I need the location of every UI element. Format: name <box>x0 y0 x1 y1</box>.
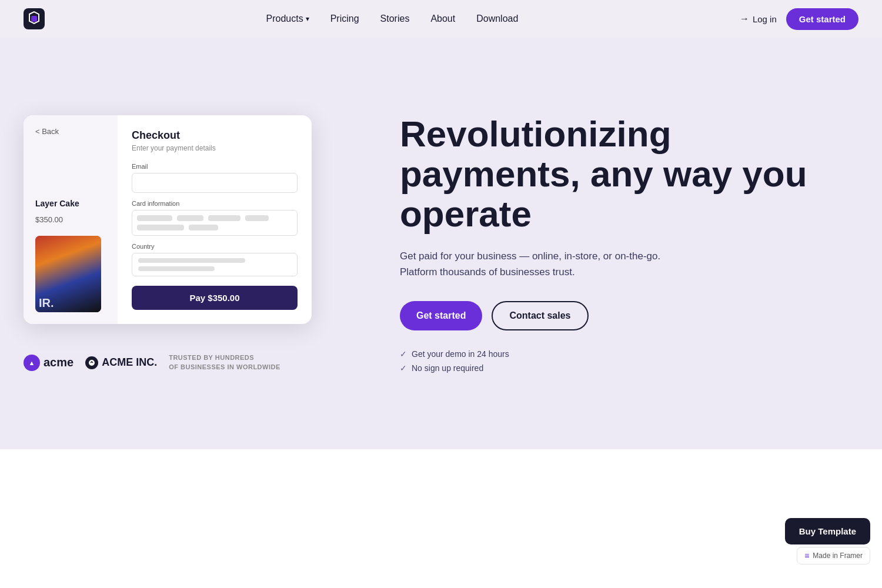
hero-checks: ✓ Get your demo in 24 hours ✓ No sign up… <box>400 349 847 373</box>
checkout-card: < Back Layer Cake $350.00 IR. Checkout E… <box>24 115 312 324</box>
white-section <box>0 449 882 588</box>
get-started-nav-button[interactable]: Get started <box>786 8 858 30</box>
checkmark-icon-2: ✓ <box>400 363 407 373</box>
nav-pricing[interactable]: Pricing <box>330 14 359 24</box>
buy-template-container: Buy Template ≡ Made in Framer <box>785 518 870 564</box>
nav-about[interactable]: About <box>430 14 455 24</box>
checkout-wrapper: < Back Layer Cake $350.00 IR. Checkout E… <box>24 115 329 372</box>
login-button[interactable]: → Log in <box>740 14 777 24</box>
card-label: Card information <box>132 200 298 207</box>
country-select[interactable] <box>132 253 298 276</box>
hero-buttons: Get started Contact sales <box>400 301 847 330</box>
hero-right: Revolutionizing payments, any way you op… <box>365 114 847 373</box>
logo[interactable] <box>24 8 45 29</box>
hero-check-1: ✓ Get your demo in 24 hours <box>400 349 847 359</box>
checkout-left-panel: < Back Layer Cake $350.00 IR. <box>24 115 118 324</box>
product-image-text: IR. <box>39 297 54 309</box>
logo-icon <box>24 8 45 29</box>
nav-download[interactable]: Download <box>476 14 518 24</box>
svg-rect-1 <box>31 16 37 22</box>
hero-check-2: ✓ No sign up required <box>400 363 847 373</box>
hero-headline: Revolutionizing payments, any way you op… <box>400 114 847 235</box>
login-icon: → <box>740 14 749 24</box>
pay-button[interactable]: Pay $350.00 <box>132 286 298 310</box>
acme-logo: ▲ acme <box>24 355 74 371</box>
hero-subtext: Get paid for your business — online, in-… <box>400 248 694 280</box>
country-label: Country <box>132 243 298 250</box>
email-field-group: Email <box>132 163 298 193</box>
product-price: $350.00 <box>35 215 106 224</box>
made-in-framer-badge: ≡ Made in Framer <box>797 547 870 564</box>
navbar: Products ▾ Pricing Stories About Downloa… <box>0 0 882 38</box>
email-input[interactable] <box>132 173 298 193</box>
nav-stories[interactable]: Stories <box>380 14 410 24</box>
framer-icon: ≡ <box>804 551 809 560</box>
nav-products[interactable]: Products ▾ <box>266 14 309 24</box>
country-field-group: Country <box>132 243 298 276</box>
trusted-logos: ▲ acme ACME INC. <box>24 355 157 371</box>
checkmark-icon-1: ✓ <box>400 349 407 359</box>
acme-inc-icon <box>85 356 98 369</box>
acme-icon: ▲ <box>24 355 40 371</box>
checkout-title: Checkout <box>132 129 298 142</box>
email-label: Email <box>132 163 298 170</box>
card-info-box[interactable] <box>132 210 298 236</box>
contact-sales-button[interactable]: Contact sales <box>492 301 588 330</box>
svg-point-2 <box>89 360 95 366</box>
hero-get-started-button[interactable]: Get started <box>400 301 482 330</box>
chevron-down-icon: ▾ <box>306 15 309 23</box>
nav-right: → Log in Get started <box>740 8 858 30</box>
checkout-right-panel: Checkout Enter your payment details Emai… <box>118 115 312 324</box>
card-field-group: Card information <box>132 200 298 236</box>
hero-section: < Back Layer Cake $350.00 IR. Checkout E… <box>0 38 882 449</box>
buy-template-button[interactable]: Buy Template <box>785 518 870 544</box>
nav-links: Products ▾ Pricing Stories About Downloa… <box>266 14 519 24</box>
checkout-subtitle: Enter your payment details <box>132 144 298 152</box>
trusted-section: ▲ acme ACME INC. TRUSTED BY HUNDREDS OF … <box>24 353 329 372</box>
back-button[interactable]: < Back <box>35 127 106 136</box>
trusted-text: TRUSTED BY HUNDREDS OF BUSINESSES IN WOR… <box>169 353 280 372</box>
product-image: IR. <box>35 236 101 312</box>
acme-inc-logo: ACME INC. <box>85 356 157 369</box>
product-name: Layer Cake <box>35 199 106 208</box>
